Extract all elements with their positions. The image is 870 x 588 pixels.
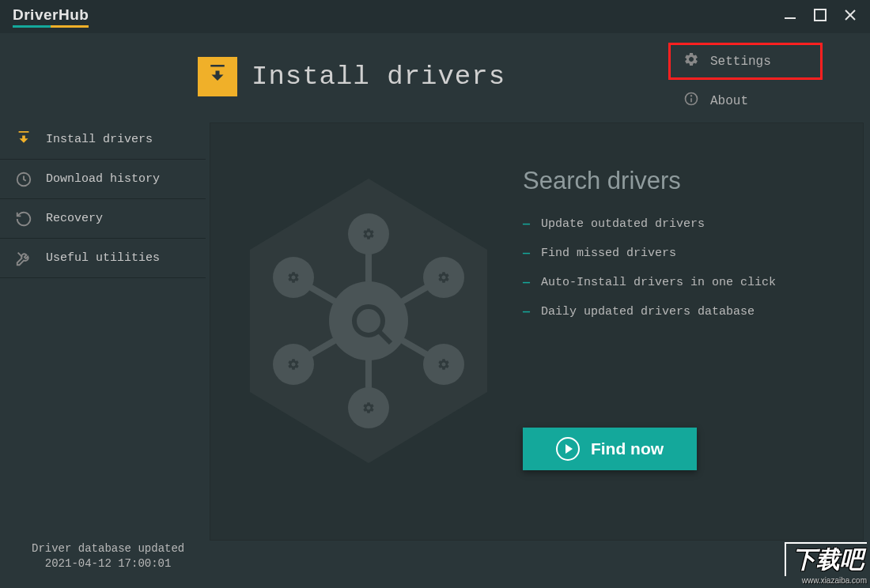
footer-line1: Driver database updated	[32, 541, 184, 557]
feature-text: Daily updated drivers database	[541, 305, 755, 318]
sidebar-item-label: Install drivers	[46, 133, 153, 146]
maximize-button[interactable]	[813, 8, 827, 25]
svg-point-22	[423, 344, 464, 385]
feature-item: Auto-Install drivers in one click	[523, 276, 839, 289]
search-section: Search drivers Update outdated drivers F…	[523, 167, 839, 318]
sidebar-item-label: Download history	[46, 172, 160, 186]
sidebar-item-label: Useful utilities	[46, 251, 160, 265]
sidebar-item-install-drivers[interactable]: Install drivers	[0, 120, 206, 160]
settings-label: Settings	[710, 55, 771, 69]
feature-item: Daily updated drivers database	[523, 305, 839, 318]
sidebar-item-utilities[interactable]: Useful utilities	[0, 239, 206, 278]
footer-line2: 2021-04-12 17:00:01	[32, 556, 184, 572]
svg-point-21	[273, 344, 314, 385]
header-menu: Settings About	[668, 43, 823, 117]
app-name: DriverHub	[13, 6, 89, 24]
tools-icon	[14, 249, 33, 268]
svg-point-16	[329, 281, 408, 360]
svg-point-20	[423, 257, 464, 298]
feature-text: Update outdated drivers	[541, 217, 705, 231]
svg-point-17	[348, 213, 389, 254]
svg-point-6	[691, 96, 692, 96]
titlebar: DriverHub	[0, 0, 870, 33]
sidebar: Install drivers Download history Recover…	[0, 120, 206, 278]
sidebar-item-label: Recovery	[46, 212, 103, 225]
watermark-url: www.xiazaiba.com	[785, 576, 867, 585]
install-drivers-icon	[14, 130, 33, 149]
clock-icon	[14, 170, 33, 189]
about-label: About	[710, 94, 748, 108]
feature-list: Update outdated drivers Find missed driv…	[523, 217, 839, 318]
watermark-text: 下载吧	[785, 542, 867, 576]
app-logo: DriverHub	[13, 6, 89, 28]
feature-item: Find missed drivers	[523, 247, 839, 260]
driver-network-graphic	[218, 131, 519, 495]
sidebar-item-recovery[interactable]: Recovery	[0, 199, 206, 239]
play-icon	[556, 437, 580, 461]
install-drivers-icon	[198, 57, 237, 96]
gear-icon	[683, 51, 699, 71]
page-title-block: Install drivers	[198, 57, 505, 96]
sidebar-item-download-history[interactable]: Download history	[0, 160, 206, 199]
svg-point-18	[348, 387, 389, 428]
feature-text: Auto-Install drivers in one click	[541, 276, 776, 289]
svg-rect-1	[815, 9, 826, 21]
find-now-label: Find now	[591, 439, 664, 458]
feature-text: Find missed drivers	[541, 247, 676, 260]
window-controls	[783, 8, 857, 25]
logo-underline	[13, 25, 89, 28]
header: Install drivers Settings About	[0, 33, 870, 120]
find-now-button[interactable]: Find now	[523, 428, 697, 470]
svg-point-19	[273, 257, 314, 298]
footer-status: Driver database updated 2021-04-12 17:00…	[32, 541, 184, 572]
watermark: 下载吧 www.xiazaiba.com	[785, 542, 867, 585]
about-button[interactable]: About	[668, 85, 823, 117]
settings-button[interactable]: Settings	[668, 43, 823, 80]
main-panel: Search drivers Update outdated drivers F…	[210, 122, 864, 541]
feature-item: Update outdated drivers	[523, 217, 839, 231]
info-icon	[683, 91, 699, 111]
search-title: Search drivers	[523, 167, 839, 195]
minimize-button[interactable]	[783, 8, 797, 25]
close-button[interactable]	[843, 8, 857, 25]
recovery-icon	[14, 209, 33, 228]
page-title: Install drivers	[252, 62, 505, 92]
